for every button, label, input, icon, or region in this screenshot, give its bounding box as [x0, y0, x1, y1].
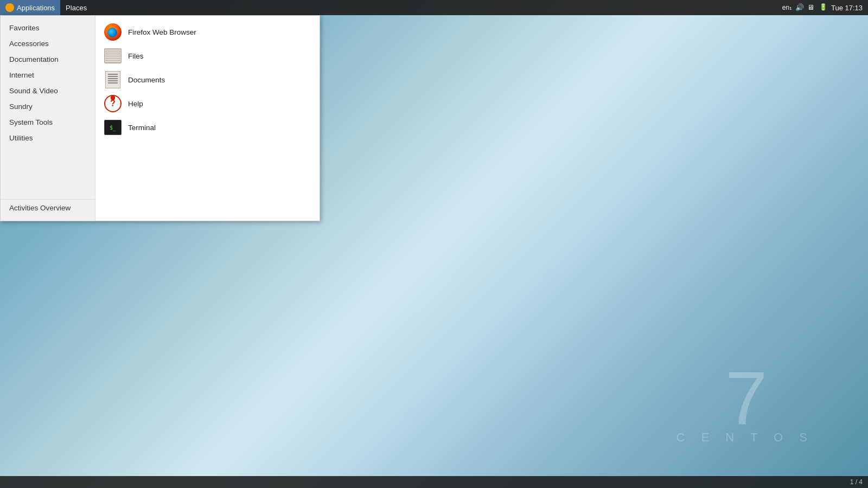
categories-panel: Favorites Accessories Documentation Inte… [1, 16, 95, 221]
app-firefox-label: Firefox Web Browser [128, 28, 196, 36]
applications-label: Applications [17, 4, 55, 12]
category-utilities[interactable]: Utilities [1, 130, 95, 146]
category-favorites[interactable]: Favorites [1, 20, 95, 36]
category-sound-video[interactable]: Sound & Video [1, 83, 95, 99]
category-spacer [1, 146, 95, 199]
gnome-icon [5, 3, 14, 12]
category-internet[interactable]: Internet [1, 67, 95, 83]
app-documents-label: Documents [128, 76, 165, 84]
app-terminal[interactable]: $_ Terminal [95, 115, 320, 139]
app-files[interactable]: Files [95, 44, 320, 68]
files-icon [104, 47, 122, 65]
page-indicator: 1 / 4 [850, 478, 863, 486]
category-accessories[interactable]: Accessories [1, 36, 95, 52]
panel-left: Applications Places [0, 0, 92, 15]
places-label: Places [66, 4, 87, 12]
activities-overview[interactable]: Activities Overview [1, 199, 95, 216]
status-bar: 1 / 4 [0, 476, 868, 488]
documents-icon [104, 71, 122, 88]
category-sundry[interactable]: Sundry [1, 99, 95, 114]
firefox-icon [104, 23, 122, 41]
centos-watermark: 7 C E N T O S [676, 360, 814, 445]
panel-right: en₁ 🔊 🖥 🔋 Tue 17:13 [782, 3, 868, 12]
network-icon[interactable]: 🖥 [807, 3, 816, 12]
app-firefox[interactable]: Firefox Web Browser [95, 20, 320, 44]
terminal-icon: $_ [104, 119, 122, 136]
apps-panel: Firefox Web Browser Files Documents Help [95, 16, 320, 221]
category-system-tools[interactable]: System Tools [1, 114, 95, 130]
app-help[interactable]: Help [95, 92, 320, 115]
category-documentation[interactable]: Documentation [1, 52, 95, 67]
help-icon [104, 95, 122, 112]
volume-icon[interactable]: 🔊 [795, 3, 804, 12]
app-files-label: Files [128, 52, 144, 60]
applications-menu-button[interactable]: Applications [0, 0, 60, 15]
top-panel: Applications Places en₁ 🔊 🖥 🔋 Tue 17:13 [0, 0, 868, 15]
application-menu: Favorites Accessories Documentation Inte… [0, 15, 320, 221]
app-terminal-label: Terminal [128, 124, 156, 132]
battery-icon[interactable]: 🔋 [819, 3, 828, 12]
app-help-label: Help [128, 100, 143, 108]
language-indicator[interactable]: en₁ [782, 4, 792, 11]
app-documents[interactable]: Documents [95, 68, 320, 92]
places-menu-button[interactable]: Places [60, 0, 92, 15]
clock[interactable]: Tue 17:13 [831, 4, 863, 12]
